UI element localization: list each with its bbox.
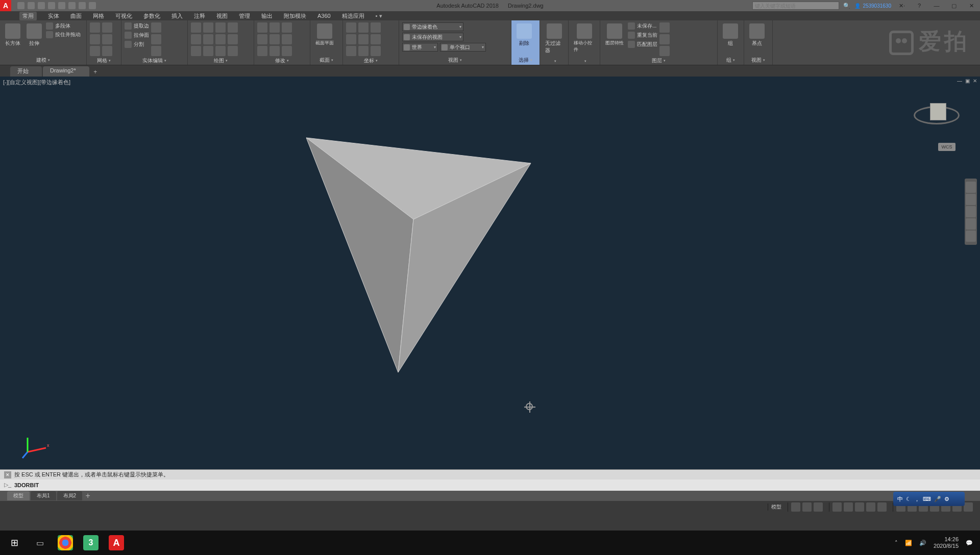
arc-icon[interactable]	[203, 22, 213, 33]
tab-solid[interactable]: 实体	[48, 12, 59, 20]
sb-3dosnap-icon[interactable]	[855, 502, 864, 512]
move-icon[interactable]	[257, 22, 267, 33]
layer-match-button[interactable]: 匹配图层	[628, 41, 657, 48]
mesh2-icon[interactable]	[90, 46, 100, 56]
tab-mesh[interactable]: 网格	[93, 12, 104, 20]
extrude-face-button[interactable]: 拉伸面	[125, 32, 149, 39]
tab-drawing2[interactable]: Drawing2*	[43, 66, 89, 77]
layout-2[interactable]: 布局2	[57, 491, 83, 500]
start-button[interactable]: ⊞	[5, 534, 23, 552]
qat-open-icon[interactable]	[28, 2, 35, 9]
ly1-icon[interactable]	[659, 22, 670, 33]
ucs5-icon[interactable]	[358, 34, 369, 44]
vp-max-icon[interactable]: ▣	[965, 78, 970, 84]
sectionplane-button[interactable]: 截面平面	[313, 22, 336, 47]
d4-icon[interactable]	[228, 22, 238, 33]
rect-icon[interactable]	[203, 34, 213, 44]
rg-solidedit-title[interactable]: 实体编辑	[125, 56, 184, 64]
exchange-icon[interactable]: ✕·	[895, 1, 909, 10]
status-model[interactable]: 模型	[771, 503, 781, 511]
close-button[interactable]: ✕	[965, 1, 978, 10]
baseview-button[interactable]: 基点	[747, 22, 767, 48]
rg-mesh-title[interactable]: 网格	[90, 56, 118, 64]
rg-coord-title[interactable]: 坐标	[346, 56, 396, 64]
tab-add-button[interactable]: +	[90, 67, 101, 77]
saved-view-combo[interactable]: 未保存的视图	[402, 33, 463, 41]
tray-vol-icon[interactable]: 🔊	[919, 540, 926, 546]
minimize-button[interactable]: —	[930, 1, 943, 10]
vp-close-icon[interactable]: ✕	[973, 78, 977, 84]
ucs-icon[interactable]: x	[20, 435, 51, 459]
qat-save-icon[interactable]	[38, 2, 45, 9]
model-tetrahedron[interactable]	[296, 117, 541, 383]
tab-manage[interactable]: 管理	[239, 12, 250, 20]
layout-add-button[interactable]: +	[83, 491, 92, 500]
ucs2-icon[interactable]	[346, 34, 356, 44]
tab-addins[interactable]: 附加模块	[284, 12, 306, 20]
sb-otrack-icon[interactable]	[866, 502, 875, 512]
rg-modeling-title[interactable]: 建模	[3, 56, 83, 64]
tray-chevron-icon[interactable]: ˄	[895, 540, 898, 546]
sb-osnap-icon[interactable]	[844, 502, 853, 512]
copy-icon[interactable]	[270, 22, 280, 33]
taskbar-clock[interactable]: 14:26 2020/8/15	[934, 536, 959, 549]
tab-visualize[interactable]: 可视化	[115, 12, 132, 20]
line-icon[interactable]	[191, 22, 201, 33]
command-line[interactable]: ▷_ 3DORBIT	[0, 480, 980, 491]
sb-polar-icon[interactable]	[832, 502, 842, 512]
tab-surface[interactable]: 曲面	[70, 12, 82, 20]
d6-icon[interactable]	[228, 46, 238, 56]
ucs3-icon[interactable]	[346, 46, 356, 56]
search-icon[interactable]: 🔍	[843, 3, 850, 9]
help-search-input[interactable]	[752, 2, 839, 10]
sb-ortho-icon[interactable]	[814, 502, 823, 512]
viewport[interactable]: [-][自定义视图][带边缘着色] — ▣ ✕ WCS	[0, 77, 980, 469]
tab-parametric[interactable]: 参数化	[143, 12, 160, 20]
smooth-icon[interactable]	[90, 22, 100, 33]
tab-featured[interactable]: 精选应用	[342, 12, 364, 20]
ucs1-icon[interactable]	[346, 22, 356, 33]
layerprop-button[interactable]: 图层特性	[603, 22, 626, 47]
taskview-button[interactable]: ▭	[31, 534, 49, 552]
layout-1[interactable]: 布局1	[31, 491, 56, 500]
tab-annotate[interactable]: 注释	[194, 12, 205, 20]
rg-sel-title[interactable]: 选择	[514, 56, 536, 64]
ucs-combo[interactable]: 世界	[402, 43, 438, 52]
mirror-icon[interactable]	[270, 34, 280, 44]
separate-button[interactable]: 分割	[125, 41, 149, 48]
chrome-icon[interactable]	[58, 535, 73, 550]
qat-plot-icon[interactable]	[58, 2, 65, 9]
nofilter-button[interactable]: 无过滤器	[543, 22, 565, 55]
md2-icon[interactable]	[282, 34, 292, 44]
fillet-icon[interactable]	[270, 46, 280, 56]
d2-icon[interactable]	[215, 34, 226, 44]
se3-icon[interactable]	[151, 46, 161, 56]
qat-more-icon[interactable]	[89, 2, 96, 9]
extract-edge-button[interactable]: 提取边	[125, 22, 149, 30]
qat-new-icon[interactable]	[17, 2, 24, 9]
maximize-button[interactable]: ▢	[947, 1, 961, 10]
app3-icon[interactable]: 3	[83, 535, 99, 550]
nav-zoom-icon[interactable]	[966, 206, 976, 217]
ucs9-icon[interactable]	[371, 46, 381, 56]
m3-icon[interactable]	[102, 22, 112, 33]
ucs8-icon[interactable]	[371, 34, 381, 44]
ime-panel[interactable]: 中 ☾ ， ⌨ 🎤 ⚙	[893, 492, 965, 506]
viewport-combo[interactable]: 单个视口	[440, 43, 486, 52]
tab-insert[interactable]: 插入	[172, 12, 183, 20]
vp-min-icon[interactable]: —	[957, 78, 962, 84]
nav-pan-icon[interactable]	[966, 194, 976, 205]
tab-start[interactable]: 开始	[10, 66, 42, 77]
rg-view-title[interactable]: 视图	[402, 56, 508, 64]
ucs7-icon[interactable]	[371, 22, 381, 33]
tab-a360[interactable]: A360	[317, 13, 331, 19]
account-badge[interactable]: 👤 2539031630	[854, 3, 891, 9]
md3-icon[interactable]	[282, 46, 292, 56]
sb-custom-icon[interactable]	[964, 502, 973, 512]
m4-icon[interactable]	[102, 34, 112, 44]
rg-baseview-title[interactable]: 视图	[747, 56, 769, 64]
ly2-icon[interactable]	[659, 34, 670, 44]
app-logo[interactable]: A	[0, 0, 11, 11]
d3-icon[interactable]	[215, 46, 226, 56]
tab-home[interactable]: 常用	[19, 12, 37, 20]
